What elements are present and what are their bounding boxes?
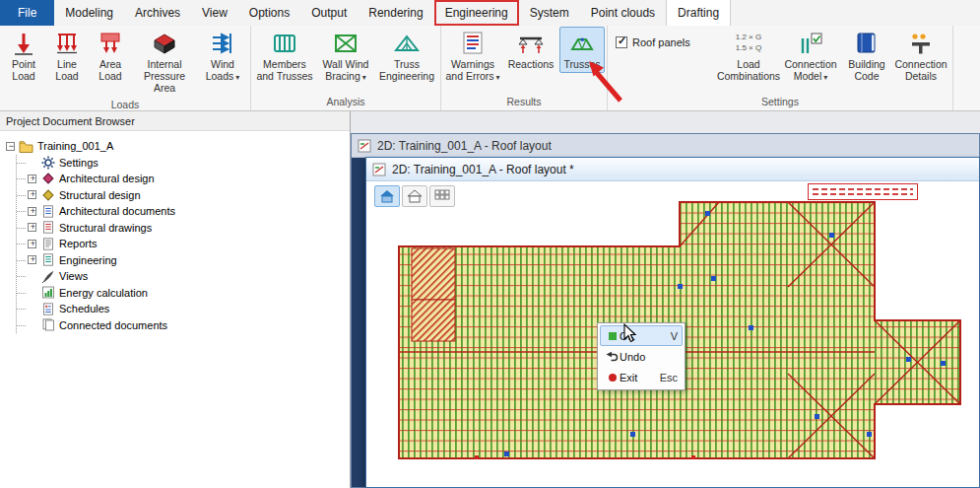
checkbox-checked-icon[interactable] <box>616 36 627 48</box>
tree-item-label[interactable]: Settings <box>59 157 98 169</box>
expand-icon[interactable] <box>28 223 36 232</box>
button-label: Trusses <box>564 58 601 70</box>
menu-modeling[interactable]: Modeling <box>54 0 124 26</box>
button-label: Truss Engineering <box>379 58 434 82</box>
menu-rendering[interactable]: Rendering <box>358 0 433 26</box>
tree-item-architectural-design[interactable]: Architectural design <box>28 171 350 187</box>
tree-item-reports[interactable]: Reports <box>28 236 350 252</box>
checkbox-label: Roof panels <box>632 36 690 48</box>
menu-system[interactable]: System <box>519 0 580 26</box>
tree-item-settings[interactable]: Settings <box>28 155 350 172</box>
load-combinations-button[interactable]: 1.2 × G 1.5 × Q Load Combinations <box>718 27 779 85</box>
warnings-and-errors-button[interactable]: Warnings and Errors <box>443 27 502 85</box>
window-title-bar[interactable]: 2D: Training_001_A - Roof layout * <box>366 158 979 181</box>
tree-item-energy-calculation[interactable]: Energy calculation <box>28 285 350 302</box>
group-label-settings: Settings <box>610 94 950 110</box>
menu-bar: File Modeling Archives View Options Outp… <box>0 0 980 26</box>
dropdown-arrow-icon <box>821 70 827 82</box>
menu-view[interactable]: View <box>191 0 238 26</box>
wind-loads-button[interactable]: Wind Loads <box>197 27 248 85</box>
reactions-icon <box>516 30 546 56</box>
bar-chart-icon <box>40 286 55 300</box>
menu-engineering[interactable]: Engineering <box>434 0 519 26</box>
tree-item-label[interactable]: Connected documents <box>59 319 167 331</box>
internal-pressure-area-button[interactable]: Internal Pressure Area <box>132 27 197 97</box>
point-load-icon <box>9 30 38 56</box>
trusses-button[interactable]: Trusses <box>559 27 605 73</box>
members-and-trusses-button[interactable]: Members and Trusses <box>253 27 316 85</box>
ribbon-group-analysis: Members and Trusses Wall Wind Bracing Tr… <box>251 26 441 110</box>
tree-item-label[interactable]: Structural design <box>59 189 141 201</box>
dropdown-arrow-icon <box>494 70 500 82</box>
expand-icon[interactable] <box>28 240 36 248</box>
wall-wind-bracing-button[interactable]: Wall Wind Bracing <box>316 27 375 85</box>
tree-item-label[interactable]: Engineering <box>59 254 117 266</box>
tree-item-views[interactable]: Views <box>28 268 350 285</box>
drawing-icon <box>40 221 55 235</box>
document-tree: Training_001_A Settings Architectural de… <box>0 131 350 333</box>
tree-item-architectural-documents[interactable]: Architectural documents <box>28 203 350 220</box>
window-title: 2D: Training_001_A - Roof layout <box>377 139 552 153</box>
project-document-browser: Project Document Browser Training_001_A … <box>0 111 351 488</box>
context-menu-item-ok[interactable]: OK V <box>600 325 683 346</box>
collapse-icon[interactable] <box>6 142 15 151</box>
expand-icon[interactable] <box>28 255 36 264</box>
view-mode-2d-button[interactable] <box>374 185 400 207</box>
wind-loads-icon <box>208 30 237 56</box>
tree-item-engineering[interactable]: Engineering <box>28 252 350 269</box>
button-label: Wind Loads <box>206 58 234 82</box>
menu-file[interactable]: File <box>0 0 54 26</box>
tree-item-label[interactable]: Architectural design <box>59 173 155 184</box>
button-label: Line Load <box>55 58 78 82</box>
menu-archives[interactable]: Archives <box>124 0 191 26</box>
expand-icon[interactable] <box>28 207 36 216</box>
tree-item-label[interactable]: Schedules <box>59 303 109 314</box>
connection-details-button[interactable]: Connection Details <box>891 27 950 85</box>
tree-item-label[interactable]: Structural drawings <box>59 222 152 234</box>
area-load-icon <box>96 30 125 56</box>
truss-engineering-button[interactable]: Truss Engineering <box>375 27 438 85</box>
engineering-doc-icon <box>40 253 55 267</box>
context-menu-item-exit[interactable]: Exit Esc <box>600 367 683 387</box>
expand-icon[interactable] <box>28 190 36 199</box>
tree-item-structural-drawings[interactable]: Structural drawings <box>28 220 350 237</box>
tree-item-label[interactable]: Reports <box>59 238 98 249</box>
roof-panels-option[interactable]: Roof panels <box>616 34 710 51</box>
tree-item-label[interactable]: Architectural documents <box>59 205 175 217</box>
connection-details-icon <box>906 30 936 56</box>
menu-output[interactable]: Output <box>300 0 358 26</box>
tree-root-project[interactable]: Training_001_A <box>6 138 350 155</box>
window-title-bar[interactable]: 2D: Training_001_A - Roof layout <box>352 134 979 158</box>
expand-icon[interactable] <box>28 174 36 183</box>
context-menu-item-undo[interactable]: Undo <box>600 346 683 367</box>
context-menu: OK V Undo Exit Esc <box>597 322 686 390</box>
area-load-button[interactable]: Area Load <box>89 27 132 85</box>
load-factors-icon: 1.2 × G 1.5 × Q <box>734 30 763 56</box>
load-factor-g: 1.2 × G <box>736 33 761 43</box>
button-label: Building Code <box>848 58 884 82</box>
window-title: 2D: Training_001_A - Roof layout * <box>392 163 574 176</box>
linked-documents-icon <box>40 318 55 332</box>
wall-wind-bracing-icon <box>331 30 360 56</box>
menu-drafting[interactable]: Drafting <box>666 0 731 26</box>
roof-detail-panel <box>412 300 455 341</box>
button-label: Connection Model <box>784 58 836 82</box>
menu-point-clouds[interactable]: Point clouds <box>580 0 666 26</box>
reactions-button[interactable]: Reactions <box>502 27 559 73</box>
menu-options[interactable]: Options <box>238 0 300 26</box>
building-code-button[interactable]: Building Code <box>842 27 891 85</box>
view-layout-grid-button[interactable] <box>429 185 455 207</box>
tree-root-label[interactable]: Training_001_A <box>37 140 113 152</box>
tree-item-connected-documents[interactable]: Connected documents <box>28 317 350 334</box>
button-label: Load Combinations <box>717 58 780 82</box>
line-load-button[interactable]: Line Load <box>45 27 89 85</box>
tree-item-structural-design[interactable]: Structural design <box>28 187 350 204</box>
point-load-button[interactable]: Point Load <box>2 27 45 85</box>
view-mode-model-button[interactable] <box>402 185 427 207</box>
tree-item-schedules[interactable]: Schedules <box>28 301 350 317</box>
view-toolbar <box>374 185 455 207</box>
connection-model-button[interactable]: Connection Model <box>779 27 842 85</box>
tree-item-label[interactable]: Views <box>59 270 88 282</box>
tree-item-label[interactable]: Energy calculation <box>59 287 148 299</box>
menu-item-shortcut: V <box>671 330 678 342</box>
